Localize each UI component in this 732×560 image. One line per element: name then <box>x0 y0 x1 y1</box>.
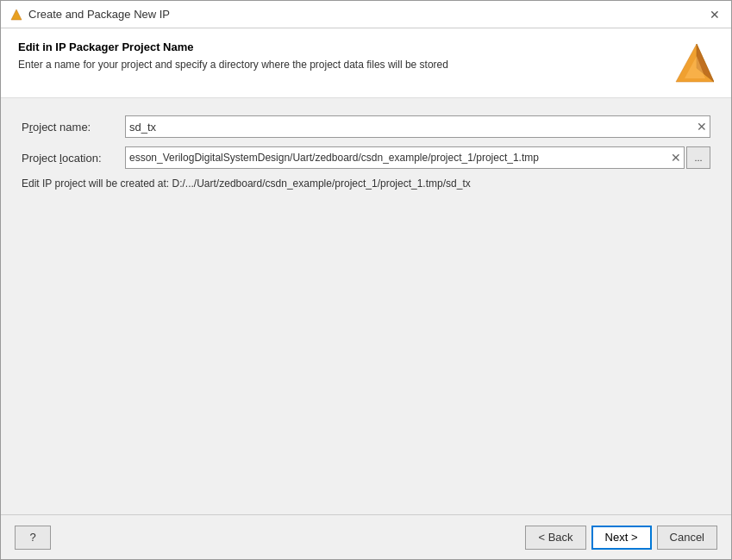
project-name-row: Project name: ✕ <box>22 115 710 138</box>
header-title: Edit in IP Packager Project Name <box>18 40 664 53</box>
project-name-label: Project name: <box>22 121 125 134</box>
vivado-logo <box>673 40 714 85</box>
project-name-clear-button[interactable]: ✕ <box>695 121 709 133</box>
dialog-body: Edit in IP Packager Project Name Enter a… <box>1 28 731 514</box>
title-bar: Create and Package New IP ✕ <box>1 1 731 28</box>
close-button[interactable]: ✕ <box>707 7 723 22</box>
footer-right: < Back Next > Cancel <box>525 526 717 550</box>
next-button[interactable]: Next > <box>591 526 652 550</box>
cancel-button[interactable]: Cancel <box>657 526 717 550</box>
dialog-title: Create and Package New IP <box>28 8 170 21</box>
project-location-input[interactable] <box>125 146 685 169</box>
header-text-block: Edit in IP Packager Project Name Enter a… <box>18 40 664 71</box>
project-location-label: Project location: <box>22 152 125 165</box>
content-section: Project name: ✕ Project location: ✕ <box>1 98 731 514</box>
header-section: Edit in IP Packager Project Name Enter a… <box>1 28 731 98</box>
back-button[interactable]: < Back <box>525 526 585 550</box>
title-bar-left: Create and Package New IP <box>9 8 170 22</box>
app-icon <box>9 8 23 22</box>
location-input-inner: ✕ <box>125 146 685 169</box>
footer-left: ? <box>15 526 51 550</box>
dialog-root: Create and Package New IP ✕ Edit in IP P… <box>0 0 732 560</box>
info-row: Edit IP project will be created at: D:/.… <box>22 177 710 190</box>
project-location-input-wrapper: ✕ ... <box>125 146 710 169</box>
header-subtitle: Enter a name for your project and specif… <box>18 59 664 71</box>
project-name-input[interactable] <box>125 115 710 138</box>
project-location-clear-button[interactable]: ✕ <box>669 152 683 164</box>
project-name-input-wrapper: ✕ <box>125 115 710 138</box>
project-location-row: Project location: ✕ ... <box>22 146 710 169</box>
footer: ? < Back Next > Cancel <box>1 514 731 559</box>
help-button[interactable]: ? <box>15 526 51 550</box>
browse-button[interactable]: ... <box>686 146 710 169</box>
svg-marker-0 <box>11 9 22 20</box>
